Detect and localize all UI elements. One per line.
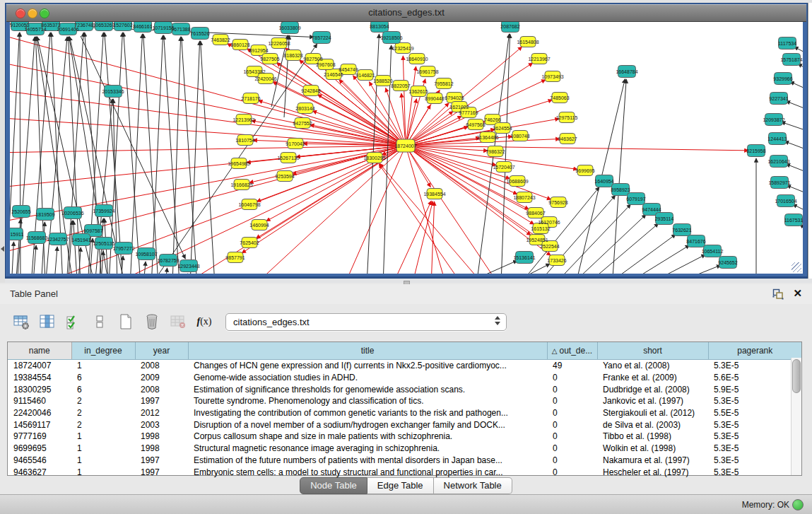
network-edge[interactable] [431, 201, 435, 274]
network-edge[interactable] [143, 262, 146, 274]
network-edge[interactable] [379, 164, 462, 274]
node-label: 12213967 [528, 57, 550, 62]
close-panel-button[interactable]: ✕ [793, 287, 802, 300]
table-row[interactable]: 977716911998Corpus callosum shape and si… [8, 431, 801, 443]
network-edge[interactable] [406, 66, 416, 146]
table-row[interactable]: 911546021997Tourette syndrome. Phenomeno… [8, 395, 801, 407]
network-edge[interactable] [11, 242, 13, 274]
node-label: 20206536 [61, 211, 83, 216]
network-edge[interactable] [611, 245, 690, 274]
network-edge[interactable] [784, 141, 803, 151]
network-edge[interactable] [164, 268, 167, 274]
table-row[interactable]: 946362711997Embryonic stem cells: a mode… [8, 466, 801, 478]
delete-table-button[interactable] [168, 313, 188, 331]
network-edge[interactable] [73, 221, 78, 274]
table-cell: Nakamura et al. (1997) [597, 455, 708, 467]
table-row[interactable]: 969969511998Structural magnetic resonanc… [8, 443, 801, 455]
selection-mode-button[interactable] [64, 313, 83, 331]
table-row[interactable]: 2242004622012Investigating the contribut… [8, 407, 801, 419]
function-builder-button[interactable]: f(x) [194, 313, 214, 331]
node-label: 1588520 [373, 78, 392, 83]
column-header-year[interactable]: year [135, 342, 188, 360]
sort-ascending-icon: △ [552, 347, 558, 355]
column-visibility-button[interactable] [37, 313, 57, 331]
float-panel-button[interactable] [772, 288, 784, 300]
tab-network-table[interactable]: Network Table [434, 477, 512, 494]
node-label: 9242848 [301, 88, 320, 93]
node-label: 10688609 [506, 179, 528, 184]
table-cell: 0 [547, 383, 597, 395]
network-edge[interactable] [10, 33, 406, 146]
network-edge[interactable] [597, 235, 676, 274]
window-resize-grip[interactable] [792, 262, 801, 272]
column-header-name[interactable]: name [8, 342, 71, 360]
table-row[interactable]: 946554611997Estimation of the future num… [8, 455, 801, 467]
window-title-bar[interactable]: citations_edges.txt [6, 4, 806, 22]
scrollbar-thumb[interactable] [792, 359, 801, 393]
table-row[interactable]: 1830029562008Estimation of significance … [8, 383, 801, 395]
node-label: 3915911 [10, 232, 23, 237]
new-column-button[interactable] [116, 313, 136, 331]
network-edge[interactable] [201, 41, 215, 274]
network-edge[interactable] [180, 146, 406, 274]
node-label: 8990448 [425, 96, 444, 101]
delete-column-button[interactable] [142, 313, 162, 331]
network-edge[interactable] [787, 185, 803, 195]
network-edge[interactable] [628, 255, 705, 274]
network-edge[interactable] [10, 117, 406, 146]
window-title: citations_edges.txt [6, 7, 806, 18]
network-canvas[interactable]: 1872400774638229860128891295412226058982… [10, 22, 803, 274]
node-label: 9827508 [303, 57, 322, 62]
column-header-in_degree[interactable]: in_degree [71, 342, 135, 360]
table-cell: 2009 [135, 372, 188, 384]
network-edge[interactable] [124, 33, 141, 274]
node-table: namein_degreeyeartitle△out_de...shortpag… [7, 341, 802, 476]
node-label: 8813054 [370, 24, 389, 29]
node-label: 7857224 [312, 35, 331, 40]
table-cell: 1997 [135, 455, 188, 467]
node-label: 16782759 [157, 258, 179, 263]
tab-edge-table[interactable]: Edge Table [367, 477, 434, 494]
table-scrollbar[interactable] [791, 358, 801, 475]
table-row[interactable]: 1938455462009Genome-wide association stu… [8, 372, 801, 384]
table-gear-button[interactable] [11, 313, 31, 331]
network-edge[interactable] [342, 146, 406, 274]
column-header-title[interactable]: title [188, 342, 547, 360]
table-cell: 5.5E-5 [708, 407, 801, 419]
table-cell: Franke et al. (2009) [597, 372, 708, 384]
network-edge[interactable] [498, 264, 550, 274]
network-edge[interactable] [781, 122, 803, 132]
table-chooser-value: citations_edges.txt [233, 317, 310, 327]
rows-button[interactable] [90, 313, 110, 331]
table-row[interactable]: 1456911722003Disruption of a novel membe… [8, 419, 801, 431]
table-cell: 0 [547, 372, 597, 384]
network-edge[interactable] [151, 35, 163, 274]
node-label: 9474444 [642, 207, 661, 212]
table-cell: 9463627 [8, 466, 71, 478]
table-row[interactable]: 1872400712008Changes of HCN gene express… [8, 360, 801, 372]
column-header-out_degree[interactable]: △out_de... [547, 342, 597, 360]
column-header-pagerank[interactable]: pagerank [708, 342, 801, 360]
collapse-arrow-icon[interactable] [1, 246, 4, 252]
node-label: 2520655 [11, 209, 30, 214]
network-edge[interactable] [143, 34, 158, 274]
background-window-edge [808, 3, 812, 279]
network-edge[interactable] [54, 247, 57, 274]
tab-node-table[interactable]: Node Table [300, 477, 367, 494]
network-edge[interactable] [406, 146, 748, 151]
network-edge[interactable] [786, 101, 803, 111]
fx-icon: f(x) [197, 316, 212, 327]
network-edge[interactable] [786, 164, 803, 174]
network-view[interactable]: 1872400774638229860128891295412226058982… [10, 22, 803, 274]
column-header-short[interactable]: short [597, 342, 708, 360]
node-label: 2935114 [655, 216, 674, 221]
node-label: 20691406 [57, 27, 78, 32]
network-edge[interactable] [164, 35, 180, 274]
network-edge[interactable] [790, 82, 803, 91]
node-label: 746266 [484, 117, 500, 122]
network-edge[interactable] [249, 146, 406, 182]
network-window[interactable]: citations_edges.txt 18724007746382298601… [5, 3, 808, 279]
table-panel-header: Table Panel ✕ [0, 284, 812, 304]
table-chooser-dropdown[interactable]: citations_edges.txt [225, 313, 507, 331]
network-edge[interactable] [190, 41, 200, 274]
